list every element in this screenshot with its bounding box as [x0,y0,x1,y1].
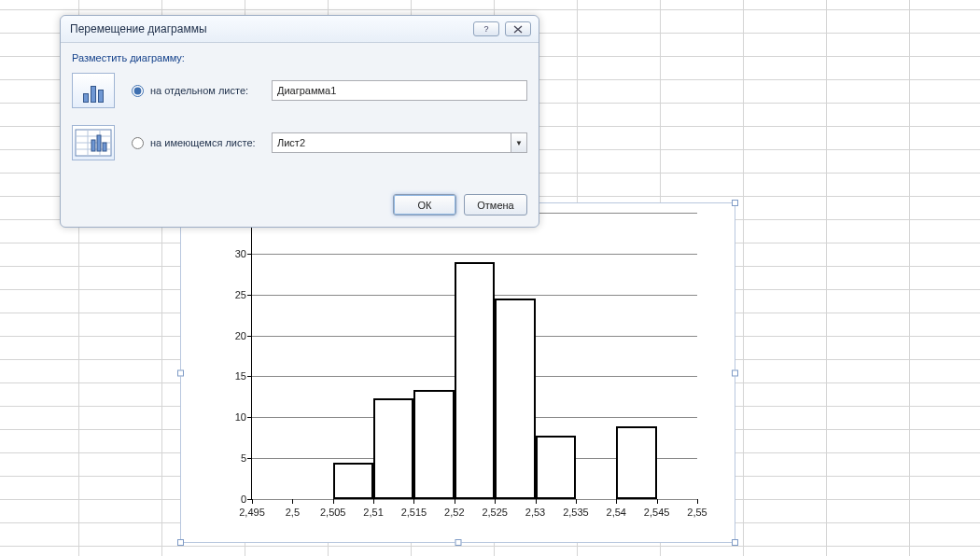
ok-button[interactable]: ОК [393,194,456,215]
x-tick-label: 2,55 [687,507,707,518]
radio-existing-sheet[interactable]: на имеющемся листе: [132,137,262,149]
histogram-bar [616,426,656,499]
x-tick-label: 2,505 [320,507,346,518]
radio-new-sheet-input[interactable] [132,85,144,97]
x-tick-label: 2,495 [239,507,265,518]
group-label: Разместить диаграмму: [72,52,527,63]
dialog-titlebar[interactable]: Перемещение диаграммы ? [61,16,539,43]
x-tick-mark [657,499,658,504]
x-tick-mark [576,499,577,504]
histogram-bar [373,398,413,499]
histogram-bar [413,390,454,499]
x-tick-mark [536,499,537,504]
x-tick-mark [616,499,617,504]
resize-handle[interactable] [732,539,738,546]
chart-object[interactable]: 051015202530352,4952,52,5052,512,5152,52… [180,202,735,543]
option-row-new-sheet: на отдельном листе: [72,73,527,108]
histogram-bar [455,262,495,499]
chevron-down-icon: ▼ [515,139,523,147]
radio-new-sheet[interactable]: на отдельном листе: [132,85,262,97]
dialog-title: Перемещение диаграммы [70,22,207,35]
option-row-existing-sheet: на имеющемся листе: ▼ [72,125,527,160]
x-tick-label: 2,54 [607,507,626,518]
resize-handle[interactable] [177,539,184,546]
close-icon [513,25,523,34]
resize-handle[interactable] [732,369,738,376]
bars-layer [252,213,697,499]
x-tick-mark [455,499,455,504]
x-tick-label: 2,525 [482,507,508,518]
x-tick-label: 2,51 [363,507,383,518]
dropdown-button[interactable]: ▼ [511,132,527,153]
x-tick-label: 2,515 [401,507,427,518]
radio-new-sheet-label: на отдельном листе: [150,85,248,96]
existing-sheet-chart-icon [72,125,115,160]
y-tick-label: 30 [235,248,246,259]
x-tick-mark [252,499,253,504]
gridline [252,499,697,500]
resize-handle[interactable] [455,539,461,546]
y-tick-label: 15 [235,370,246,382]
svg-rect-7 [97,135,101,151]
histogram-bar [495,299,535,499]
x-tick-mark [495,499,496,504]
existing-sheet-combo[interactable]: ▼ [272,132,527,153]
y-tick-label: 25 [235,289,246,300]
x-tick-label: 2,545 [644,507,670,518]
plot-area: 051015202530352,4952,52,5052,512,5152,52… [251,213,697,500]
x-tick-label: 2,52 [444,507,464,518]
radio-existing-sheet-label: на имеющемся листе: [150,137,256,148]
new-sheet-name-input[interactable] [272,80,527,101]
existing-sheet-input[interactable] [272,132,511,153]
histogram-bar [333,463,373,499]
y-tick-label: 10 [235,411,246,423]
histogram-bar [536,436,576,499]
x-tick-label: 2,53 [525,507,545,518]
help-button[interactable]: ? [473,21,499,36]
close-button[interactable] [505,21,531,36]
x-tick-mark [413,499,414,504]
radio-existing-sheet-input[interactable] [132,137,144,149]
resize-handle[interactable] [732,200,738,206]
svg-rect-8 [103,143,106,151]
x-tick-label: 2,535 [563,507,589,518]
x-tick-label: 2,5 [286,507,300,518]
move-chart-dialog: Перемещение диаграммы ? Разместить диагр… [60,15,539,228]
x-tick-mark [697,499,698,504]
resize-handle[interactable] [177,369,184,376]
x-tick-mark [292,499,293,504]
new-sheet-chart-icon [72,73,115,108]
x-tick-mark [333,499,334,504]
cancel-button[interactable]: Отмена [464,194,527,215]
svg-rect-6 [91,140,95,151]
y-tick-label: 0 [241,493,246,505]
y-tick-label: 5 [241,452,246,464]
y-tick-label: 20 [235,330,246,341]
x-tick-mark [373,499,374,504]
